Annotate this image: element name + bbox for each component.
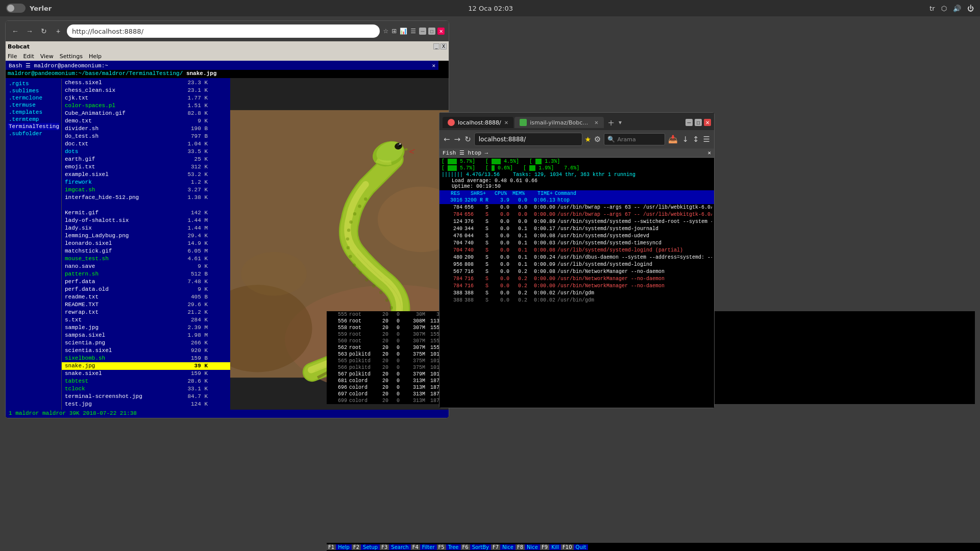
file-row[interactable]: terminal-screenshot.jpg84.7 K xyxy=(62,393,230,400)
file-row[interactable]: scientia.sixel920 K xyxy=(62,347,230,355)
fkey-f9[interactable]: F9Kill xyxy=(540,543,561,551)
file-row[interactable]: color-spaces.pl1.51 K xyxy=(62,102,230,110)
fkey-f10[interactable]: F10Quit xyxy=(561,543,588,551)
file-row[interactable]: demo.txt9 K xyxy=(62,117,230,125)
ff-search-bar[interactable]: 🔍 Arama xyxy=(604,133,665,145)
minimize-button[interactable]: ─ xyxy=(419,28,426,35)
ff-menu[interactable]: ☰ xyxy=(702,134,711,145)
forward-button[interactable]: → xyxy=(24,26,35,37)
menu-icon[interactable]: ☰ xyxy=(410,28,416,35)
file-row[interactable]: s.txt284 K xyxy=(62,316,230,324)
ff-maximize[interactable]: □ xyxy=(695,119,702,126)
htop-row-htop[interactable]: 3016 3200 R R 3.9 0.0 0:06.13 htop xyxy=(439,197,714,204)
back-button[interactable]: ← xyxy=(10,26,21,37)
htop-row[interactable]: 388 388 S 0.0 0.2 0:00.02 /usr/bin/gdm xyxy=(439,290,714,297)
firefox-tab-2[interactable]: ismail-yilmaz/Bobcat: A... ✕ xyxy=(514,117,603,128)
fkey-f5[interactable]: F5Tree xyxy=(437,543,461,551)
file-row[interactable]: perf.data.old9 K xyxy=(62,286,230,293)
file-row[interactable]: do_test.sh797 B xyxy=(62,133,230,140)
htop-row[interactable]: 480 200 S 0.0 0.1 0:00.24 /usr/bin/dbus-… xyxy=(439,254,714,261)
htop-row-red[interactable]: 784 656 S 0.0 0.0 0:00.00 /usr/bin/bwrap… xyxy=(439,211,714,218)
maximize-button[interactable]: □ xyxy=(428,28,435,35)
sidebar-dir-5[interactable]: .templates xyxy=(8,109,59,116)
file-row[interactable]: leonardo.sixel14.9 K xyxy=(62,240,230,247)
bash-tab[interactable]: Bash ☰ maldror@pandeomonium:~ ✕ xyxy=(6,61,438,70)
htop-row-dim[interactable]: 388 388 S 0.0 0.2 0:00.02 /usr/bin/gdm xyxy=(439,297,714,304)
bobcat-minimize[interactable]: _ xyxy=(433,43,439,49)
file-row-selected[interactable]: snake.jpg39 K xyxy=(62,362,230,370)
htop-row[interactable]: 956 808 S 0.0 0.1 0:00.09 /usr/lib/syste… xyxy=(439,261,714,268)
file-row[interactable]: emoji.txt312 K xyxy=(62,163,230,171)
file-row[interactable]: snake.sixel159 K xyxy=(62,370,230,378)
file-row[interactable] xyxy=(62,202,230,209)
menu-help[interactable]: Help xyxy=(89,53,102,60)
fkey-f4[interactable]: F4Filter xyxy=(411,543,437,551)
tab-1-close[interactable]: ✕ xyxy=(504,120,508,126)
file-row[interactable]: dots33.5 K xyxy=(62,148,230,156)
file-row[interactable]: earth.gif25 K xyxy=(62,156,230,163)
file-row[interactable]: README.TXT29.6 K xyxy=(62,301,230,309)
file-row[interactable]: pattern.sh512 B xyxy=(62,270,230,278)
htop-row[interactable]: 704 740 S 0.0 0.1 0:00.03 /usr/bin/syste… xyxy=(439,240,714,247)
file-row[interactable]: readme.txt405 B xyxy=(62,293,230,301)
sidebar-dir-active[interactable]: TerminalTesting xyxy=(8,123,59,130)
file-row[interactable]: doc.txt1.04 K xyxy=(62,140,230,148)
menu-settings[interactable]: Settings xyxy=(60,53,83,60)
sidebar-dir-2[interactable]: .sublimes xyxy=(8,87,59,94)
file-row[interactable]: chess.sixel23.3 K xyxy=(62,79,230,87)
file-row[interactable]: lemming_Ladybug.png29.4 K xyxy=(62,232,230,240)
toggle-switch[interactable] xyxy=(6,4,26,13)
url-bar[interactable]: http://localhost:8888/ xyxy=(67,24,380,38)
file-row[interactable]: cjk.txt1.77 K xyxy=(62,94,230,102)
ff-sync[interactable]: ↕ xyxy=(692,134,700,145)
htop-row[interactable]: 124 376 S 0.0 0.0 0:00.89 /usr/bin/syste… xyxy=(439,218,714,226)
file-row[interactable]: imgcat.sh3.27 K xyxy=(62,186,230,194)
htop-table[interactable]: 3016 3200 R R 3.9 0.0 0:06.13 htop 784 6… xyxy=(439,197,714,408)
file-row[interactable]: interface_hide-512.png1.38 K xyxy=(62,194,230,202)
htop-close-btn[interactable]: ✕ xyxy=(707,149,711,156)
file-row[interactable]: scientia.png266 K xyxy=(62,339,230,347)
file-row[interactable]: mouse_test.sh4.61 K xyxy=(62,255,230,263)
file-row[interactable]: divider.sh190 B xyxy=(62,125,230,133)
ff-url-bar[interactable]: localhost:8888/ xyxy=(474,133,583,146)
bash-tab-close[interactable]: ✕ xyxy=(432,62,435,69)
file-row[interactable]: sample.jpg2.39 M xyxy=(62,324,230,332)
sidebar-dir-6[interactable]: .termtemp xyxy=(8,116,59,123)
file-row[interactable]: rewrap.txt21.2 K xyxy=(62,309,230,316)
ff-reload[interactable]: ↻ xyxy=(463,134,472,145)
fkey-f1[interactable]: F1Help xyxy=(327,543,352,551)
bookmark-icon[interactable]: ☆ xyxy=(383,28,388,35)
file-row[interactable]: example.sixel53.2 K xyxy=(62,171,230,179)
ff-minimize[interactable]: ─ xyxy=(685,119,693,126)
htop-row-red[interactable]: 704 740 S 0.0 0.1 0:00.08 /usr/lib/syste… xyxy=(439,247,714,254)
bobcat-close[interactable]: X xyxy=(440,43,447,49)
file-row[interactable]: sixelbomb.sh159 B xyxy=(62,355,230,362)
close-button[interactable]: ✕ xyxy=(437,28,445,35)
ff-extensions[interactable]: ⚙ xyxy=(593,134,602,145)
file-row[interactable]: Kermit.gif142 K xyxy=(62,209,230,217)
file-row[interactable]: tclock33.1 K xyxy=(62,385,230,393)
htop-row-red[interactable]: 784 716 S 0.0 0.2 0:00.00 /usr/bin/Netwo… xyxy=(439,276,714,283)
file-row[interactable]: lady.six1.44 M xyxy=(62,224,230,232)
new-tab-button[interactable]: + xyxy=(605,118,618,128)
sidebar-dir-3[interactable]: .termclone xyxy=(8,94,59,102)
file-list[interactable]: .rgits .sublimes .termclone .termuse .te… xyxy=(6,78,230,410)
file-row[interactable]: tabtest28.6 K xyxy=(62,378,230,385)
file-row[interactable]: chess_clean.six23.1 K xyxy=(62,87,230,94)
menu-file[interactable]: File xyxy=(8,53,17,60)
new-tab-button[interactable]: + xyxy=(53,26,64,37)
sidebar-dir-1[interactable]: .rgits xyxy=(8,80,59,87)
tab-chevron[interactable]: ▾ xyxy=(619,119,622,126)
ff-back[interactable]: ← xyxy=(443,134,451,145)
tab-2-close[interactable]: ✕ xyxy=(594,120,598,126)
file-row[interactable]: nano.save9 K xyxy=(62,263,230,270)
htop-row[interactable]: 567 716 S 0.0 0.2 0:00.08 /usr/bin/Netwo… xyxy=(439,268,714,276)
fkey-f7[interactable]: F7Nice xyxy=(491,543,516,551)
fkey-f8[interactable]: F8Nice xyxy=(516,543,540,551)
menu-view[interactable]: View xyxy=(40,53,54,60)
firefox-tab-1[interactable]: localhost:8888/ ✕ xyxy=(443,117,513,128)
file-row[interactable]: lady-of-shalott.six1.44 M xyxy=(62,217,230,224)
fkey-f3[interactable]: F3Search xyxy=(380,543,410,551)
sidebar-dir-4[interactable]: .termuse xyxy=(8,102,59,109)
ff-forward[interactable]: → xyxy=(453,134,462,145)
